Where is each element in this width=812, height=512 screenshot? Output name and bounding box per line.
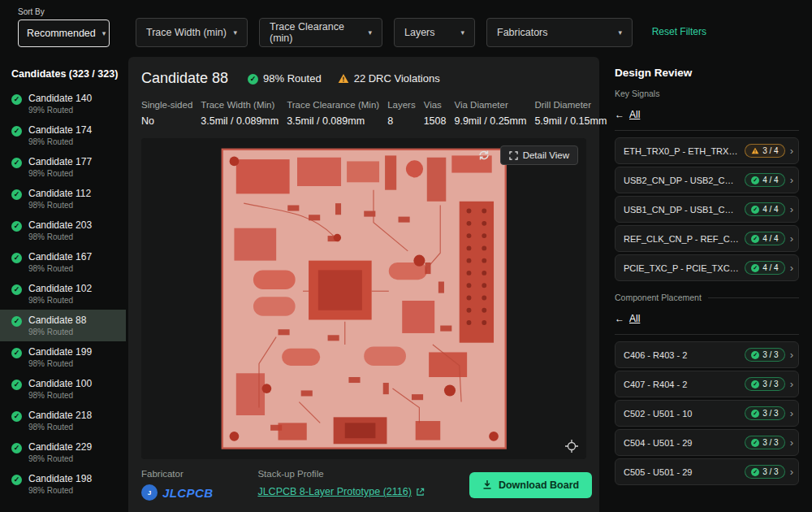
candidate-name: Candidate 140: [28, 93, 92, 105]
candidate-list-item[interactable]: ✓ Candidate 199 98% Routed: [0, 341, 126, 373]
key-signal-row[interactable]: USB1_CN_DP - USB1_CN_DN ✓ 4 / 4 ›: [615, 196, 799, 223]
candidate-list-item[interactable]: ✓ Candidate 174 98% Routed: [0, 119, 126, 151]
filter-fabricators[interactable]: Fabricators ▾: [486, 18, 633, 47]
download-icon: [482, 479, 492, 490]
chevron-down-icon: ▾: [233, 28, 237, 37]
candidate-detail-panel: Candidate 88 ✓ 98% Routed 22 DRC Violati…: [128, 57, 599, 512]
sort-by-dropdown[interactable]: Recommended ▾: [18, 20, 110, 47]
check-icon: ✓: [751, 206, 759, 214]
component-score-badge: ✓ 3 / 3: [745, 377, 784, 391]
candidate-name: Candidate 174: [28, 124, 92, 137]
component-row[interactable]: C504 - U501 - 29 ✓ 3 / 3 ›: [615, 429, 799, 456]
component-score-badge: ✓ 3 / 3: [745, 465, 784, 479]
check-icon: ✓: [751, 439, 759, 447]
candidate-name: Candidate 198: [28, 473, 92, 485]
chevron-right-icon: ›: [790, 262, 793, 274]
drc-violations-badge: 22 DRC Violations: [338, 72, 440, 85]
candidate-routed: 98% Routed: [28, 391, 92, 400]
download-board-button[interactable]: Download Board: [469, 472, 592, 498]
check-icon: ✓: [11, 189, 22, 200]
check-icon: ✓: [248, 74, 258, 85]
divider: [708, 297, 799, 298]
components-all-link[interactable]: ← All: [615, 313, 640, 324]
candidate-list-item[interactable]: ✓ Candidate 218 98% Routed: [0, 405, 126, 436]
check-icon: ✓: [11, 284, 22, 295]
fabricator-label: Fabricator: [141, 469, 213, 479]
candidate-list-item[interactable]: ✓ Candidate 167 98% Routed: [0, 246, 126, 278]
component-placement-label: Component Placement: [615, 293, 702, 302]
design-review-title: Design Review: [615, 67, 799, 79]
sort-by-label: Sort By: [18, 7, 110, 16]
candidate-routed: 98% Routed: [28, 486, 92, 495]
detail-view-button[interactable]: Detail View: [500, 145, 578, 165]
check-icon: ✓: [11, 380, 22, 390]
check-icon: ✓: [11, 443, 22, 453]
chevron-down-icon: ▾: [368, 28, 372, 37]
center-view-button[interactable]: [565, 440, 578, 453]
check-icon: ✓: [11, 221, 22, 232]
check-icon: ✓: [751, 410, 759, 418]
filter-label: Trace Clearance (min): [270, 21, 361, 44]
flip-view-icon: [477, 150, 490, 161]
candidate-list-item[interactable]: ✓ Candidate 229 98% Routed: [0, 436, 126, 468]
candidate-list-item[interactable]: ✓ Candidate 177 98% Routed: [0, 151, 126, 183]
component-row[interactable]: C406 - R403 - 2 ✓ 3 / 3 ›: [615, 341, 799, 368]
stackup-profile-link[interactable]: JLCPCB 8-Layer Prototype (2116): [257, 486, 424, 497]
spec-col: Single-sided No: [141, 100, 192, 127]
filter-trace-clearance[interactable]: Trace Clearance (min) ▾: [259, 18, 382, 47]
filter-trace-width[interactable]: Trace Width (min) ▾: [136, 18, 248, 47]
candidate-routed: 98% Routed: [28, 359, 92, 368]
candidate-list-item[interactable]: ✓ Candidate 102 98% Routed: [0, 278, 126, 310]
candidate-list-item[interactable]: ✓ Candidate 140 99% Routed: [0, 88, 126, 119]
candidate-routed: 98% Routed: [28, 169, 92, 178]
filter-toolbar: Sort By Recommended ▾ Trace Width (min) …: [0, 0, 812, 57]
spec-col: Drill Diameter 5.9mil / 0.15mm: [534, 100, 607, 127]
key-signal-row[interactable]: REF_CLK_CN_P - REF_CLK_C… ✓ 4 / 4 ›: [615, 225, 799, 252]
check-icon: ✓: [11, 348, 22, 358]
spec-col: Trace Width (Min) 3.5mil / 0.089mm: [201, 100, 279, 127]
chevron-right-icon: ›: [790, 466, 793, 478]
key-signal-row[interactable]: USB2_CN_DP - USB2_CN_DN ✓ 4 / 4 ›: [615, 167, 799, 193]
candidate-list-item[interactable]: ✓ Candidate 100 98% Routed: [0, 373, 126, 405]
component-row[interactable]: C407 - R404 - 2 ✓ 3 / 3 ›: [615, 371, 799, 397]
candidate-list-item[interactable]: ✓ Candidate 198 98% Routed: [0, 468, 126, 500]
sort-by-group: Sort By Recommended ▾: [18, 7, 110, 47]
chevron-right-icon: ›: [790, 145, 793, 157]
key-signal-row[interactable]: ETH_TRX0_P - ETH_TRX0_N 3 / 4 ›: [615, 137, 799, 164]
candidate-routed: 99% Routed: [28, 106, 92, 115]
candidate-list-item[interactable]: ✓ Candidate 112 98% Routed: [0, 183, 126, 215]
check-icon: ✓: [751, 176, 759, 184]
fabricator-block: Fabricator J JLCPCB: [141, 469, 213, 501]
candidate-name: Candidate 203: [28, 219, 92, 232]
candidate-name: Candidate 199: [28, 346, 92, 358]
candidate-routed: 98% Routed: [28, 137, 92, 146]
check-icon: ✓: [11, 126, 22, 137]
candidates-header: Candidates (323 / 323): [0, 63, 126, 88]
component-row[interactable]: C505 - U501 - 29 ✓ 3 / 3 ›: [615, 458, 799, 485]
candidate-name: Candidate 229: [28, 441, 92, 453]
chevron-right-icon: ›: [790, 232, 793, 245]
spec-col: Vias 1508: [424, 100, 447, 127]
pcb-preview-area: Detail View: [141, 138, 586, 459]
chevron-right-icon: ›: [790, 378, 793, 390]
stackup-label: Stack-up Profile: [257, 469, 424, 479]
key-signal-row[interactable]: PCIE_TXC_P - PCIE_TXC_N ✓ 4 / 4 ›: [615, 254, 799, 281]
candidate-list-item[interactable]: ✓ Candidate 203 98% Routed: [0, 215, 126, 246]
warning-icon: [751, 147, 759, 154]
filter-label: Trace Width (min): [146, 27, 227, 38]
component-row[interactable]: C502 - U501 - 10 ✓ 3 / 3 ›: [615, 400, 799, 427]
detail-footer: Fabricator J JLCPCB Stack-up Profile JLC…: [141, 469, 586, 501]
check-icon: ✓: [11, 158, 22, 168]
signal-score-badge: ✓ 4 / 4: [745, 202, 784, 216]
key-signals-all-link[interactable]: ← All: [615, 109, 640, 120]
candidate-name: Candidate 102: [28, 283, 92, 295]
flip-view-button[interactable]: [477, 150, 490, 161]
check-icon: ✓: [751, 235, 759, 243]
check-icon: ✓: [751, 380, 759, 388]
candidate-routed: 98% Routed: [28, 454, 92, 463]
reset-filters-link[interactable]: Reset Filters: [652, 26, 706, 37]
center-view-icon: [565, 440, 578, 453]
filter-layers[interactable]: Layers ▾: [394, 18, 475, 47]
candidate-list-item-selected[interactable]: ✓ Candidate 88 98% Routed: [0, 310, 126, 341]
chevron-down-icon: ▾: [618, 28, 622, 37]
